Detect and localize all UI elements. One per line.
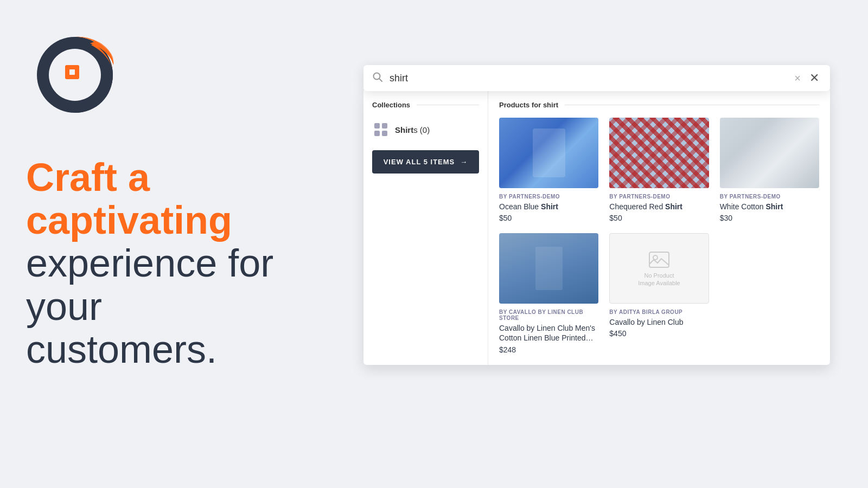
- right-panel: × ✕ Collections Shirts (0): [326, 0, 868, 488]
- svg-rect-3: [69, 69, 75, 75]
- product-by-3: BY PARTNERS-DEMO: [720, 194, 819, 200]
- hero-line2: captivating: [26, 199, 299, 242]
- logo: [26, 26, 124, 124]
- products-panel: Products for shirt BY PARTNERS-DEMO Ocea…: [488, 90, 830, 365]
- image-placeholder-icon: [648, 250, 670, 269]
- collections-header: Collections: [372, 101, 479, 109]
- hero-line3: experience for: [26, 242, 299, 285]
- svg-rect-9: [382, 131, 387, 136]
- product-by-1: BY PARTNERS-DEMO: [499, 194, 598, 200]
- collection-item-shirts[interactable]: Shirts (0): [372, 118, 479, 142]
- collection-label-shirts: Shirts (0): [395, 125, 430, 134]
- svg-rect-8: [374, 131, 380, 136]
- grid-icon: [372, 121, 390, 138]
- product-by-5: BY ADITYA BIRLA GROUP: [609, 309, 709, 315]
- product-card-white-cotton[interactable]: BY PARTNERS-DEMO White Cotton Shirt $30: [720, 118, 819, 222]
- search-input[interactable]: [390, 73, 790, 84]
- products-grid: BY PARTNERS-DEMO Ocean Blue Shirt $50 BY…: [499, 118, 819, 354]
- product-price-5: $450: [609, 329, 709, 338]
- collections-panel: Collections Shirts (0) VIEW ALL 5 ITEMS …: [363, 90, 488, 365]
- product-card-chequered[interactable]: BY PARTNERS-DEMO Chequered Red Shirt $50: [609, 118, 709, 222]
- product-by-4: BY CAVALLO BY LINEN CLUB STORE: [499, 309, 598, 321]
- product-image-chequered: [609, 118, 709, 188]
- products-header: Products for shirt: [499, 101, 819, 109]
- products-title: Products for shirt: [499, 101, 558, 109]
- view-all-button[interactable]: VIEW ALL 5 ITEMS →: [372, 150, 479, 174]
- collections-divider: [417, 105, 479, 105]
- product-image-cavallo: [499, 233, 598, 304]
- collections-title: Collections: [372, 101, 410, 109]
- left-panel: Craft a captivating experience for your …: [0, 0, 326, 488]
- product-image-no-image: No ProductImage Available: [609, 233, 709, 304]
- product-name-2: Chequered Red Shirt: [609, 202, 709, 211]
- product-image-ocean-blue: [499, 118, 598, 188]
- svg-point-11: [653, 255, 658, 260]
- svg-rect-10: [649, 252, 669, 267]
- svg-rect-7: [382, 123, 387, 129]
- product-by-2: BY PARTNERS-DEMO: [609, 194, 709, 200]
- svg-line-5: [379, 79, 382, 81]
- product-image-white-cotton: [720, 118, 819, 188]
- product-price-3: $30: [720, 214, 819, 222]
- product-price-2: $50: [609, 214, 709, 222]
- search-clear-button[interactable]: ×: [790, 73, 805, 84]
- product-card-cavallo[interactable]: BY CAVALLO BY LINEN CLUB STORE Cavallo b…: [499, 233, 598, 354]
- arrow-icon: →: [460, 158, 468, 166]
- product-card-ocean-blue[interactable]: BY PARTNERS-DEMO Ocean Blue Shirt $50: [499, 118, 598, 222]
- svg-rect-6: [374, 123, 380, 129]
- product-card-aditya[interactable]: No ProductImage Available BY ADITYA BIRL…: [609, 233, 709, 354]
- product-price-1: $50: [499, 214, 598, 222]
- product-name-5: Cavallo by Linen Club: [609, 317, 709, 327]
- product-name-4: Cavallo by Linen Club Men's Cotton Linen…: [499, 323, 598, 343]
- hero-line1: Craft a: [26, 156, 299, 199]
- product-price-4: $248: [499, 345, 598, 354]
- products-divider: [565, 105, 819, 105]
- search-results-dropdown: Collections Shirts (0) VIEW ALL 5 ITEMS …: [363, 90, 830, 365]
- no-image-label: No ProductImage Available: [638, 272, 680, 287]
- view-all-label: VIEW ALL 5 ITEMS: [384, 158, 455, 166]
- hero-line4: your customers.: [26, 285, 299, 371]
- search-bar: × ✕: [363, 65, 830, 91]
- search-close-button[interactable]: ✕: [807, 72, 821, 84]
- product-name-1: Ocean Blue Shirt: [499, 202, 598, 211]
- product-name-3: White Cotton Shirt: [720, 202, 819, 211]
- hero-headline: Craft a captivating experience for your …: [26, 156, 299, 371]
- search-icon: [372, 72, 383, 85]
